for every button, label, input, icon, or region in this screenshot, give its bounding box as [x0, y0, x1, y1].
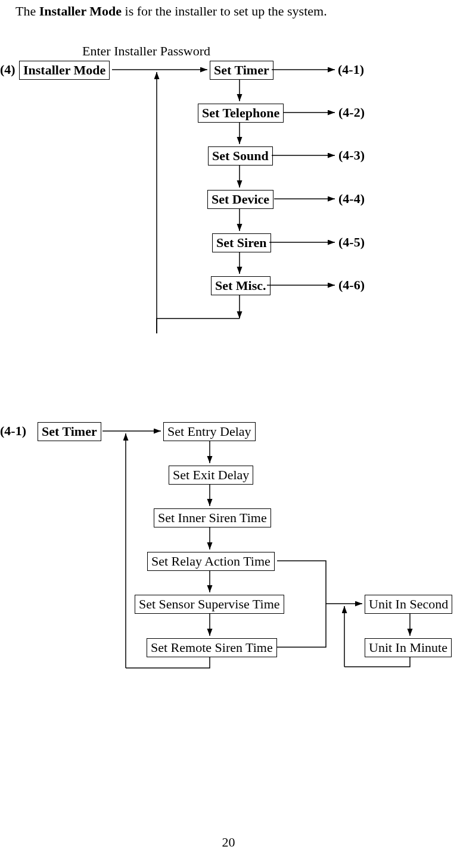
- d1-item-5-ref: (4-6): [338, 277, 365, 293]
- d2-unit-1-label: Unit In Minute: [369, 640, 447, 655]
- d2-root-label: Set Timer: [42, 424, 97, 439]
- d1-item-4-ref: (4-5): [338, 235, 365, 250]
- intro-text: The Installer Mode is for the installer …: [15, 4, 327, 19]
- d1-item-4-box: Set Siren: [212, 233, 271, 252]
- d2-item-2-label: Set Inner Siren Time: [158, 510, 267, 525]
- page-number: 20: [0, 835, 457, 850]
- d2-root-ref: (4-1): [0, 423, 26, 439]
- d2-unit-0-box: Unit In Second: [365, 595, 452, 614]
- d1-item-1-box: Set Telephone: [198, 104, 284, 123]
- d2-item-3-label: Set Relay Action Time: [151, 554, 271, 569]
- d1-root-box: Installer Mode: [19, 61, 110, 80]
- page: The Installer Mode is for the installer …: [0, 0, 457, 868]
- d1-item-4-label: Set Siren: [216, 235, 267, 250]
- d1-item-2-box: Set Sound: [208, 146, 273, 166]
- d1-item-0-ref: (4-1): [338, 62, 364, 77]
- d1-item-5-label: Set Misc.: [215, 278, 266, 293]
- d2-unit-1-box: Unit In Minute: [365, 638, 452, 657]
- d1-item-5-box: Set Misc.: [211, 276, 271, 295]
- d2-item-5-box: Set Remote Siren Time: [147, 638, 277, 657]
- intro-bold: Installer Mode: [39, 4, 122, 18]
- intro-suffix: is for the installer to set up the syste…: [122, 4, 327, 18]
- d1-item-3-box: Set Device: [207, 190, 273, 209]
- d2-item-1-label: Set Exit Delay: [173, 467, 249, 482]
- d1-item-0-label: Set Timer: [214, 63, 269, 77]
- d2-item-1-box: Set Exit Delay: [169, 466, 253, 485]
- d2-item-0-box: Set Entry Delay: [163, 422, 256, 441]
- d2-item-5-label: Set Remote Siren Time: [151, 640, 273, 655]
- d2-item-2-box: Set Inner Siren Time: [154, 508, 271, 527]
- d1-root-ref: (4): [0, 62, 15, 77]
- d1-item-3-ref: (4-4): [338, 191, 365, 207]
- d2-unit-0-label: Unit In Second: [369, 597, 448, 611]
- d1-root-label: Installer Mode: [23, 63, 105, 77]
- d2-item-4-label: Set Sensor Supervise Time: [139, 597, 280, 611]
- intro-prefix: The: [15, 4, 39, 18]
- d2-item-3-box: Set Relay Action Time: [147, 552, 275, 571]
- d2-item-4-box: Set Sensor Supervise Time: [135, 595, 284, 614]
- password-label: Enter Installer Password: [82, 43, 210, 59]
- d1-item-1-ref: (4-2): [338, 105, 365, 120]
- d1-item-2-ref: (4-3): [338, 148, 365, 163]
- d1-item-2-label: Set Sound: [212, 148, 269, 163]
- d1-item-3-label: Set Device: [212, 192, 269, 207]
- d2-root-box: Set Timer: [38, 422, 101, 441]
- d2-item-0-label: Set Entry Delay: [167, 424, 251, 439]
- d1-item-0-box: Set Timer: [210, 61, 273, 80]
- d1-item-1-label: Set Telephone: [202, 105, 279, 120]
